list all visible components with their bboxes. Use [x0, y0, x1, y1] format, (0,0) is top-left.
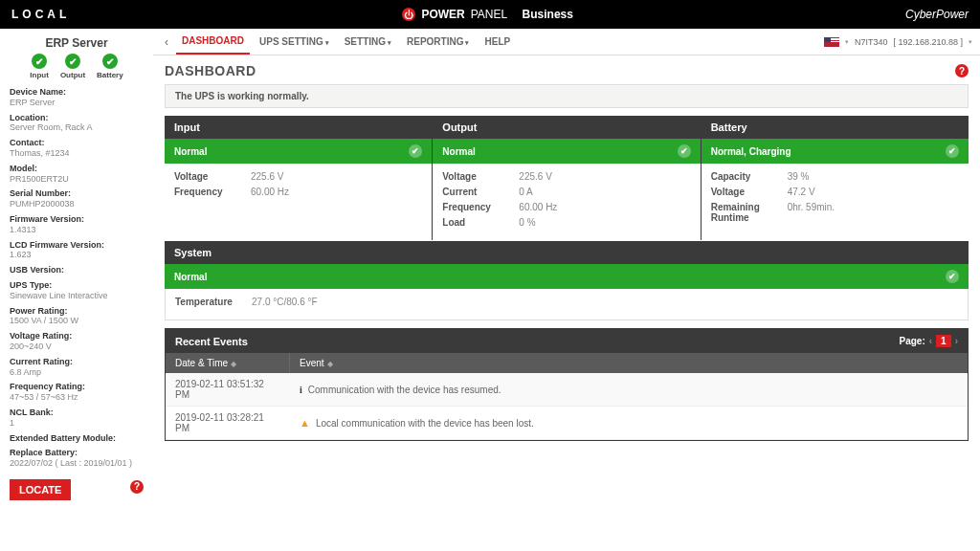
topbar: LOCAL POWERPANEL Business CyberPower [0, 0, 980, 29]
nav-help[interactable]: HELP [479, 30, 516, 54]
kv-key: Frequency [174, 187, 251, 197]
caret-icon: ▾ [845, 38, 849, 46]
status-input-label: Input [30, 71, 49, 79]
event-datetime: 2019-02-11 03:51:32 PM [166, 373, 290, 406]
col-event[interactable]: Event◆ [290, 353, 968, 373]
kv-row: Frequency60.00 Hz [442, 202, 690, 212]
panel-system: System Normal✔ Temperature27.0 °C/80.6 °… [165, 241, 969, 320]
panel-output-head: Output [433, 116, 700, 139]
sidebar-item-label: Voltage Rating: [10, 331, 144, 342]
status-alert: The UPS is working normally. [165, 84, 969, 108]
recent-events: Recent Events Page: ‹ 1 › Date & Time◆ E… [165, 328, 969, 441]
panel-output-status: Normal✔ [433, 139, 700, 164]
sidebar-item-value: 200~240 V [10, 342, 144, 352]
sidebar-item-label: LCD Firmware Version: [10, 240, 144, 251]
brand-part3: Business [523, 8, 573, 21]
sidebar-item-value: PR1500ERT2U [10, 174, 144, 185]
page-prev-icon[interactable]: ‹ [929, 336, 932, 346]
kv-value: 60.00 Hz [251, 187, 289, 197]
status-battery: ✔Battery [97, 54, 123, 79]
power-icon [402, 8, 415, 21]
col-datetime[interactable]: Date & Time◆ [166, 353, 290, 373]
kv-row: Temperature27.0 °C/80.6 °F [175, 297, 958, 307]
event-row: 2019-02-11 03:51:32 PMiCommunication wit… [166, 373, 968, 407]
kv-row: Capacity39 % [711, 171, 959, 182]
sidebar-item: Replace Battery:2022/07/02 ( Last : 2019… [10, 448, 144, 469]
sidebar-item: Serial Number:PUMHP2000038 [10, 188, 144, 209]
nav-reporting[interactable]: REPORTING▾ [401, 30, 475, 54]
panel-input: Input Normal✔ Voltage225.6 VFrequency60.… [165, 116, 432, 240]
page-label: Page: [900, 336, 925, 346]
event-message: iCommunication with the device has resum… [290, 373, 968, 406]
nav-setting[interactable]: SETTING▾ [339, 30, 397, 54]
kv-row: Load0 % [442, 217, 690, 228]
caret-icon: ▾ [465, 39, 469, 46]
kv-row: Current0 A [442, 187, 690, 197]
check-icon: ✔ [946, 270, 959, 283]
events-pager: Page: ‹ 1 › [900, 335, 958, 347]
sidebar-item: Extended Battery Module: [10, 433, 144, 444]
panel-battery: Battery Normal, Charging✔ Capacity39 %Vo… [702, 116, 969, 240]
kv-row: Voltage225.6 V [442, 171, 690, 182]
sidebar-item: Model:PR1500ERT2U [10, 164, 144, 185]
help-icon[interactable]: ? [130, 480, 144, 494]
check-icon: ✔ [678, 144, 691, 158]
sidebar-item-value: PUMHP2000038 [10, 199, 144, 209]
check-icon: ✔ [32, 54, 47, 69]
sidebar-item-label: NCL Bank: [10, 408, 144, 418]
kv-value: 47.2 V [788, 187, 815, 197]
sidebar-item: Location:Server Room, Rack A [10, 113, 144, 134]
sidebar: ERP Server ✔Input ✔Output ✔Battery Devic… [0, 29, 153, 551]
event-row: 2019-02-11 03:28:21 PM▲Local communicati… [166, 407, 968, 440]
sidebar-item-label: Firmware Version: [10, 214, 144, 225]
page-title: DASHBOARD [165, 63, 256, 78]
sidebar-item-value: 1.4313 [10, 225, 144, 235]
host-ip: [ 192.168.210.88 ] [893, 37, 963, 47]
sidebar-item-value: 47~53 / 57~63 Hz [10, 392, 144, 403]
kv-value: 39 % [788, 171, 810, 182]
kv-key: Remaining Runtime [711, 202, 788, 223]
page-number[interactable]: 1 [936, 335, 951, 347]
sidebar-item-label: Contact: [10, 138, 144, 148]
nav-dashboard[interactable]: DASHBOARD [176, 29, 250, 55]
sidebar-item: NCL Bank:1 [10, 408, 144, 429]
panel-battery-status: Normal, Charging✔ [702, 139, 969, 164]
status-output-label: Output [60, 71, 85, 79]
status-input: ✔Input [30, 54, 49, 79]
panel-system-status: Normal✔ [165, 264, 969, 289]
brand-part2: PANEL [471, 8, 507, 21]
panel-input-head: Input [165, 116, 432, 139]
sidebar-title: ERP Server [10, 36, 144, 50]
sidebar-item-label: Location: [10, 113, 144, 123]
caret-icon: ▾ [388, 39, 391, 46]
nav-host[interactable]: ▾ N7IT340 [ 192.168.210.88 ] ▾ [824, 37, 972, 47]
kv-row: Frequency60.00 Hz [174, 187, 422, 197]
kv-key: Temperature [175, 297, 252, 307]
page-next-icon[interactable]: › [955, 336, 958, 346]
kv-key: Load [442, 217, 519, 228]
sidebar-item-value: 1500 VA / 1500 W [10, 316, 144, 326]
topbar-local: LOCAL [11, 8, 70, 21]
sidebar-item-label: Current Rating: [10, 357, 144, 367]
help-icon[interactable]: ? [955, 64, 969, 77]
sidebar-item: Current Rating:6.8 Amp [10, 357, 144, 378]
sidebar-status-icons: ✔Input ✔Output ✔Battery [10, 54, 144, 79]
sidebar-item-value: 1.623 [10, 250, 144, 260]
event-message: ▲Local communication with the device has… [290, 407, 968, 439]
kv-value: 27.0 °C/80.6 °F [252, 297, 318, 307]
locate-button[interactable]: LOCATE [10, 479, 71, 500]
sort-icon: ◆ [231, 360, 236, 368]
nav-back-icon[interactable]: ‹ [161, 35, 172, 49]
status-battery-label: Battery [97, 71, 123, 79]
nav-ups-setting[interactable]: UPS SETTING▾ [254, 30, 335, 54]
sidebar-item-label: Frequency Rating: [10, 382, 144, 392]
kv-key: Current [442, 187, 519, 197]
status-output: ✔Output [60, 54, 85, 79]
navbar: ‹ DASHBOARD UPS SETTING▾ SETTING▾ REPORT… [153, 29, 980, 55]
sidebar-item: LCD Firmware Version:1.623 [10, 240, 144, 261]
kv-key: Voltage [442, 171, 519, 182]
caret-icon: ▾ [325, 39, 329, 46]
sidebar-item-value: 6.8 Amp [10, 367, 144, 378]
flag-icon [824, 37, 839, 47]
info-icon: i [300, 385, 302, 395]
